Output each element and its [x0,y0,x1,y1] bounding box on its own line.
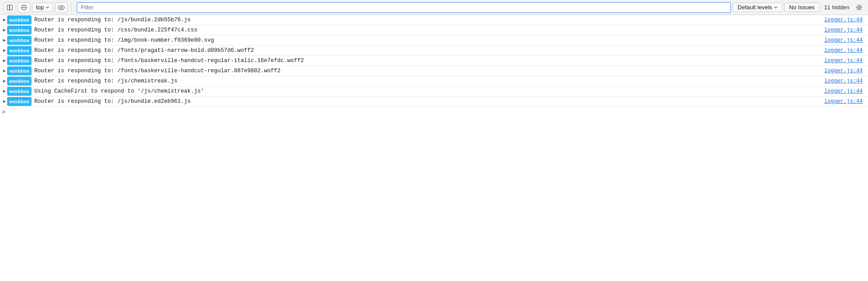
frame-selector[interactable]: top [32,3,53,12]
svg-point-4 [58,5,64,10]
levels-label: Default levels [738,4,772,11]
sidebar-icon [7,4,13,11]
svg-rect-1 [10,5,12,10]
eye-icon [58,5,65,10]
row-message: Router is responding to: /css/bundle.225… [34,26,824,34]
workbox-badge: workbox [7,16,32,24]
row-message: Router is responding to: /js/bundle.2db5… [34,16,824,24]
settings-button[interactable] [854,2,864,13]
workbox-badge: workbox [7,87,32,96]
prompt-arrow[interactable]: > [2,108,5,115]
svg-point-5 [60,6,62,8]
row-source-link[interactable]: logger.js:44 [825,77,868,85]
row-source-link[interactable]: logger.js:44 [825,16,868,24]
hidden-count-label: 11 hidden [821,4,852,11]
no-issues-label: No Issues [789,4,815,11]
table-row: ▶workboxUsing CacheFirst to respond to '… [0,86,868,97]
expand-arrow[interactable]: ▶ [0,87,7,95]
expand-arrow[interactable]: ▶ [0,77,7,85]
expand-arrow[interactable]: ▶ [0,98,7,105]
svg-rect-0 [7,5,9,10]
row-message: Router is responding to: /fonts/baskervi… [34,67,824,75]
row-message: Using CacheFirst to respond to '/js/chem… [34,87,824,95]
expand-arrow[interactable]: ▶ [0,26,7,34]
row-message: Router is responding to: /fonts/baskervi… [34,57,824,65]
workbox-badge: workbox [7,77,32,86]
expand-arrow[interactable]: ▶ [0,36,7,44]
levels-chevron-icon [774,6,777,9]
toolbar-separator [71,3,71,12]
svg-point-6 [858,6,860,8]
workbox-badge: workbox [7,36,32,45]
show-network-button[interactable] [55,2,67,13]
workbox-badge: workbox [7,46,32,55]
table-row: ▶workboxRouter is responding to: /js/che… [0,76,868,86]
row-message: Router is responding to: /fonts/pragati-… [34,47,824,55]
row-source-link[interactable]: logger.js:44 [825,98,868,105]
row-source-link[interactable]: logger.js:44 [825,26,868,34]
expand-arrow[interactable]: ▶ [0,57,7,65]
expand-arrow[interactable]: ▶ [0,16,7,24]
console-area: ▶workboxRouter is responding to: /js/bun… [0,15,868,107]
chevron-down-icon [46,6,49,9]
row-source-link[interactable]: logger.js:44 [825,87,868,95]
expand-arrow[interactable]: ▶ [0,67,7,75]
log-levels-button[interactable]: Default levels [733,3,782,12]
row-message: Router is responding to: /js/bundle.ed2e… [34,98,824,105]
workbox-badge: workbox [7,97,32,106]
table-row: ▶workboxRouter is responding to: /js/bun… [0,97,868,107]
workbox-badge: workbox [7,66,32,75]
row-message: Router is responding to: /js/chemistreak… [34,77,824,85]
table-row: ▶workboxRouter is responding to: /fonts/… [0,66,868,76]
table-row: ▶workboxRouter is responding to: /fonts/… [0,46,868,56]
console-prompt: > [0,107,868,117]
console-toolbar: top Default levels No Issues 11 hidden [0,0,868,15]
workbox-badge: workbox [7,26,32,35]
sidebar-toggle-button[interactable] [4,2,16,13]
row-message: Router is responding to: /img/book-numbe… [34,36,824,44]
workbox-badge: workbox [7,56,32,65]
no-issues-button[interactable]: No Issues [784,3,820,12]
table-row: ▶workboxRouter is responding to: /fonts/… [0,56,868,66]
row-source-link[interactable]: logger.js:44 [825,67,868,75]
table-row: ▶workboxRouter is responding to: /img/bo… [0,35,868,46]
table-row: ▶workboxRouter is responding to: /js/bun… [0,15,868,25]
row-source-link[interactable]: logger.js:44 [825,47,868,55]
clear-icon [21,4,27,11]
row-source-link[interactable]: logger.js:44 [825,57,868,65]
row-source-link[interactable]: logger.js:44 [825,36,868,44]
expand-arrow[interactable]: ▶ [0,47,7,55]
clear-console-button[interactable] [18,2,30,13]
gear-icon [856,4,863,11]
frame-label: top [36,4,44,11]
table-row: ▶workboxRouter is responding to: /css/bu… [0,25,868,35]
filter-input[interactable] [77,2,731,13]
